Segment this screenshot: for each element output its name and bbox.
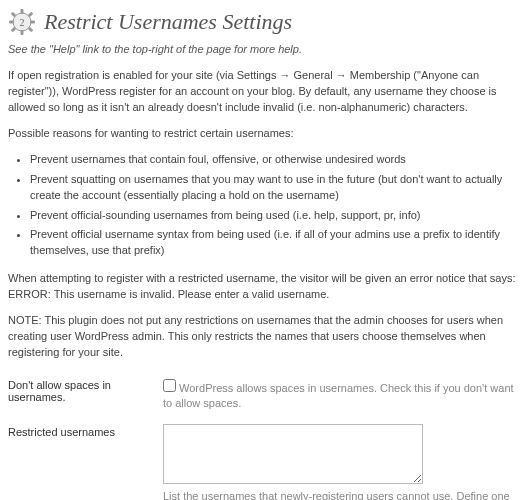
restricted-label: Restricted usernames — [8, 418, 163, 500]
svg-rect-4 — [30, 21, 35, 24]
list-item: Prevent official-sounding usernames from… — [30, 208, 520, 224]
spaces-checkbox[interactable] — [163, 379, 176, 392]
error-message: ERROR: This username is invalid. Please … — [8, 288, 329, 300]
gear-icon: 2 — [8, 8, 36, 36]
page-title: Restrict Usernames Settings — [44, 9, 292, 35]
reasons-list: Prevent usernames that contain foul, off… — [8, 152, 520, 260]
page-header: 2 Restrict Usernames Settings — [8, 8, 520, 36]
list-item: Prevent squatting on usernames that you … — [30, 172, 520, 204]
restricted-textarea[interactable] — [163, 424, 423, 484]
restricted-description: List the usernames that newly-registerin… — [163, 489, 520, 500]
spaces-label: Don't allow spaces in usernames. — [8, 371, 163, 418]
error-intro: When attempting to register with a restr… — [8, 272, 515, 284]
note-paragraph: NOTE: This plugin does not put any restr… — [8, 313, 520, 361]
intro-paragraph: If open registration is enabled for your… — [8, 68, 520, 116]
list-item: Prevent official username syntax from be… — [30, 227, 520, 259]
reasons-heading: Possible reasons for wanting to restrict… — [8, 126, 520, 142]
svg-rect-2 — [21, 30, 24, 35]
svg-text:2: 2 — [20, 17, 25, 28]
svg-rect-1 — [21, 9, 24, 14]
list-item: Prevent usernames that contain foul, off… — [30, 152, 520, 168]
help-note: See the "Help" link to the top-right of … — [8, 42, 520, 58]
error-paragraph: When attempting to register with a restr… — [8, 271, 520, 303]
settings-form-table: Don't allow spaces in usernames. WordPre… — [8, 371, 520, 500]
svg-rect-3 — [9, 21, 14, 24]
spaces-description: WordPress allows spaces in usernames. Ch… — [163, 382, 514, 409]
